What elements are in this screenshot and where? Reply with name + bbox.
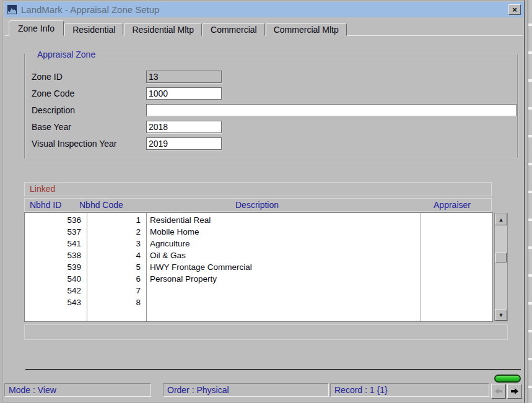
zone-id-label: Zone ID <box>32 72 63 82</box>
nbhd-id-cell: 537 <box>25 226 87 238</box>
tab-residential-mltp[interactable]: Residential Mltp <box>124 23 202 36</box>
visual-inspection-year-field[interactable] <box>146 137 222 150</box>
appraiser-cell <box>421 273 492 285</box>
table-row[interactable]: 543 8 <box>25 297 492 308</box>
description-cell: HWY Frontage Commercial <box>146 261 421 273</box>
zone-id-field[interactable] <box>146 71 222 83</box>
table-row[interactable]: 542 7 <box>25 285 492 297</box>
base-year-label: Base Year <box>32 122 71 132</box>
nbhd-code-cell: 2 <box>87 226 146 238</box>
scroll-up-button[interactable]: ▲ <box>495 214 507 225</box>
previous-record-button[interactable] <box>491 384 506 399</box>
scrollbar-thumb[interactable] <box>495 253 507 262</box>
description-cell: Agriculture <box>146 238 421 249</box>
nbhd-id-cell: 538 <box>25 249 87 261</box>
detail-strip <box>24 324 508 340</box>
scroll-down-button[interactable]: ▼ <box>495 309 507 321</box>
appraiser-cell <box>421 285 492 297</box>
tab-commercial-mltp[interactable]: Commercial Mltp <box>266 23 347 36</box>
tab-zone-info[interactable]: Zone Info <box>9 20 64 36</box>
table-row[interactable]: 537 2 Mobile Home <box>25 226 492 238</box>
appraiser-cell <box>421 214 492 226</box>
appraisal-zone-groupbox: Appraisal Zone Zone ID Zone Code Descrip… <box>24 54 518 159</box>
zone-code-field[interactable] <box>146 87 222 100</box>
screen: LandMark - Appraisal Zone Setup × Zone I… <box>0 0 532 403</box>
linked-grid: 536 1 Residential Real 537 2 Mobile Home… <box>24 212 493 322</box>
window-title: LandMark - Appraisal Zone Setup <box>21 4 159 15</box>
close-button[interactable]: × <box>508 4 521 15</box>
arrow-left-icon <box>495 388 502 394</box>
title-bar[interactable]: LandMark - Appraisal Zone Setup × <box>4 2 524 17</box>
base-year-field[interactable] <box>146 121 222 133</box>
description-cell: Mobile Home <box>146 226 421 238</box>
appraiser-cell <box>421 297 492 308</box>
table-row[interactable]: 536 1 Residential Real <box>25 214 492 226</box>
nbhd-code-cell: 1 <box>87 214 146 226</box>
scroll-down-icon: ▼ <box>499 312 504 318</box>
nbhd-code-cell: 4 <box>87 249 146 261</box>
column-header-nbhd-id: Nbhd ID <box>30 199 61 211</box>
table-row[interactable]: 540 6 Personal Property <box>25 273 492 285</box>
appraiser-cell <box>421 226 492 238</box>
nbhd-code-cell: 3 <box>87 238 146 249</box>
status-indicator-green <box>494 375 521 383</box>
tab-strip: Zone Info Residential Residential Mltp C… <box>5 20 523 36</box>
nbhd-id-cell: 540 <box>25 273 87 285</box>
landmark-app-icon <box>7 4 17 15</box>
appraiser-cell <box>421 261 492 273</box>
linked-section-title: Linked <box>24 182 492 196</box>
bottom-divider <box>25 369 521 370</box>
appraisal-zone-setup-window: LandMark - Appraisal Zone Setup × Zone I… <box>2 0 525 403</box>
nbhd-code-cell: 8 <box>87 297 146 308</box>
nbhd-id-cell: 543 <box>25 297 87 308</box>
table-row[interactable]: 538 4 Oil & Gas <box>25 249 492 261</box>
grid-vertical-scrollbar[interactable]: ▲ ▼ <box>494 213 508 321</box>
background-window-content <box>528 0 532 403</box>
nbhd-code-cell: 5 <box>87 261 146 273</box>
linked-grid-header: Nbhd ID Nbhd Code Description Appraiser <box>24 198 492 212</box>
status-record: Record : 1 {1} <box>330 383 489 397</box>
description-field[interactable] <box>146 104 517 116</box>
tab-commercial[interactable]: Commercial <box>203 23 265 36</box>
nbhd-id-cell: 541 <box>25 238 87 249</box>
description-cell: Oil & Gas <box>146 249 421 261</box>
nbhd-code-cell: 7 <box>87 285 146 297</box>
groupbox-legend: Appraisal Zone <box>34 50 98 59</box>
column-header-appraiser: Appraiser <box>418 199 486 211</box>
description-label: Description <box>32 105 75 115</box>
appraiser-cell <box>421 249 492 261</box>
nbhd-code-cell: 6 <box>87 273 146 285</box>
next-record-button[interactable] <box>507 384 522 399</box>
description-cell: Personal Property <box>146 273 421 285</box>
description-cell <box>146 297 421 308</box>
status-order: Order : Physical <box>163 383 329 397</box>
arrow-right-icon <box>511 388 518 394</box>
description-cell <box>146 285 421 297</box>
status-mode: Mode : View <box>4 383 151 397</box>
visual-inspection-year-label: Visual Inspection Year <box>32 139 117 149</box>
appraiser-cell <box>421 238 492 249</box>
background-window-right-edge <box>525 0 532 403</box>
nbhd-id-cell: 536 <box>25 214 87 226</box>
table-row[interactable]: 541 3 Agriculture <box>25 238 492 249</box>
tab-residential[interactable]: Residential <box>64 23 123 36</box>
column-header-description: Description <box>204 199 310 211</box>
nbhd-id-cell: 539 <box>25 261 87 273</box>
zone-code-label: Zone Code <box>32 89 74 98</box>
table-row[interactable]: 539 5 HWY Frontage Commercial <box>25 261 492 273</box>
mountain-icon <box>8 7 16 14</box>
scroll-up-icon: ▲ <box>499 217 504 223</box>
column-header-nbhd-code: Nbhd Code <box>79 199 123 211</box>
nbhd-id-cell: 542 <box>25 285 87 297</box>
close-icon: × <box>512 6 517 14</box>
description-cell: Residential Real <box>146 214 421 226</box>
